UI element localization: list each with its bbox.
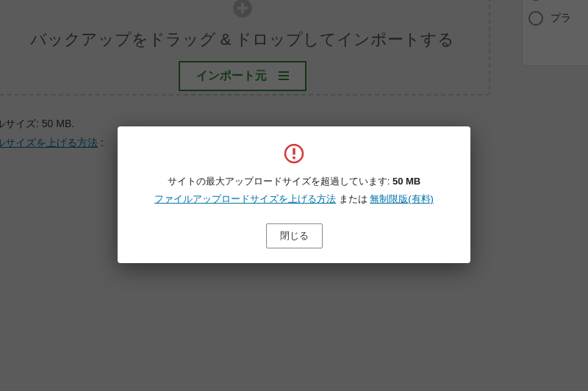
svg-rect-4 bbox=[293, 148, 295, 155]
increase-upload-size-link[interactable]: ファイルアップロードサイズを上げる方法 bbox=[154, 193, 336, 204]
close-button[interactable]: 閉じる bbox=[266, 223, 323, 248]
modal-message: サイトの最大アップロードサイズを超過しています: 50 MB bbox=[135, 175, 453, 188]
svg-rect-5 bbox=[293, 157, 295, 159]
warning-icon bbox=[135, 143, 453, 165]
modal-links: ファイルアップロードサイズを上げる方法 または 無制限版(有料) bbox=[135, 193, 453, 206]
modal-overlay[interactable]: サイトの最大アップロードサイズを超過しています: 50 MB ファイルアップロー… bbox=[0, 0, 588, 391]
unlimited-version-link[interactable]: 無制限版(有料) bbox=[370, 193, 434, 204]
upload-limit-modal: サイトの最大アップロードサイズを超過しています: 50 MB ファイルアップロー… bbox=[118, 126, 470, 263]
